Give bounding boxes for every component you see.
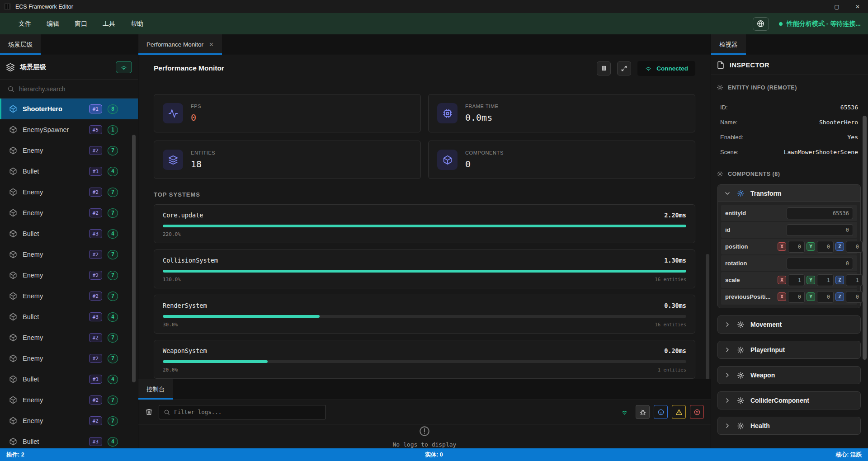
chevron-down-icon [724,190,731,197]
entity-component-count-badge: 4 [108,229,118,239]
hierarchy-item[interactable]: Bullet #3 4 [0,431,138,448]
entity-id-badge: #2 [89,292,102,301]
component-gear-icon [737,422,745,430]
hierarchy-item[interactable]: Enemy #2 7 [0,327,138,348]
hierarchy-item[interactable]: Enemy #2 7 [0,390,138,410]
hierarchy-item[interactable]: Enemy #2 7 [0,286,138,306]
menu-item[interactable]: 窗口 [67,20,95,28]
system-card: WeaponSystem 0.20ms 20.0% 1 entities [154,340,695,379]
component-name: ColliderComponent [750,397,809,404]
system-progress-track [163,315,686,318]
axis-y-input[interactable]: 0 [817,291,834,303]
info-filter-button[interactable] [654,405,668,419]
connection-status-badge: Connected [637,61,695,76]
tab-inspector[interactable]: 检视器 [711,34,746,55]
warning-filter-button[interactable] [672,405,686,419]
cube-icon [9,146,17,155]
hierarchy-item[interactable]: Enemy #2 7 [0,410,138,431]
hierarchy-item[interactable]: Enemy #2 7 [0,140,138,161]
cube-icon [9,334,17,342]
system-time: 2.20ms [664,212,686,219]
hierarchy-item[interactable]: EnemySpawner #5 1 [0,119,138,140]
hierarchy-item[interactable]: ShooterHero #1 8 [0,99,138,119]
hierarchy-item[interactable]: Enemy #2 7 [0,202,138,223]
minimize-button[interactable]: ─ [806,0,826,13]
component-gear-icon [737,189,745,197]
property-value-input[interactable]: 0 [787,258,853,269]
close-button[interactable]: ✕ [847,0,868,13]
hierarchy-sync-button[interactable] [116,61,132,73]
transform-property-row: previousPositi...X0Y0Z0 [721,289,857,305]
hierarchy-item[interactable]: Enemy #2 7 [0,265,138,286]
component-name: Health [750,422,770,429]
tab-performance-monitor[interactable]: Performance Monitor ✕ [138,34,222,55]
entity-info-section-header: ENTITY INFO (REMOTE) [717,84,862,91]
hierarchy-item[interactable]: Bullet #3 4 [0,369,138,390]
title-bar: ECS Framework Editor ─ ▢ ✕ [0,0,868,13]
axis-x-input[interactable]: 1 [788,274,805,286]
cube-icon [9,188,17,196]
tab-hierarchy-label: 场景层级 [8,41,33,49]
expand-button[interactable] [617,61,631,75]
monitor-scrollbar[interactable] [706,254,709,379]
hierarchy-item[interactable]: Bullet #3 4 [0,306,138,327]
inspector-title: INSPECTOR [730,61,769,69]
entity-name: Enemy [23,188,43,196]
stat-card: FPS 0 [154,94,421,132]
menu-item[interactable]: 文件 [11,20,39,28]
log-filter-input[interactable]: Filter logs... [159,405,326,419]
component-header[interactable]: Health [718,417,860,434]
axis-z-input[interactable]: 0 [846,241,863,253]
component-header[interactable]: Movement [718,316,860,333]
property-value-input[interactable]: 0 [787,224,853,236]
menu-item[interactable]: 工具 [95,20,123,28]
pause-button[interactable] [597,61,611,75]
axis-z-input[interactable]: 1 [846,274,863,286]
hierarchy-scrollbar[interactable] [132,135,136,382]
entity-component-count-badge: 4 [108,437,118,447]
inspector-scrollbar[interactable] [863,116,867,360]
axis-y-input[interactable]: 1 [817,274,834,286]
axis-z-input[interactable]: 0 [846,291,863,303]
tab-hierarchy[interactable]: 场景层级 [0,34,41,55]
cube-icon [9,354,17,362]
tab-close-icon[interactable]: ✕ [209,41,214,48]
system-progress-track [163,225,686,227]
clear-logs-button[interactable] [145,408,153,416]
component-header[interactable]: ColliderComponent [718,392,860,409]
hierarchy-item[interactable]: Bullet #3 4 [0,161,138,182]
hierarchy-item[interactable]: Enemy #2 7 [0,244,138,265]
debug-filter-button[interactable] [636,405,650,419]
profiler-mode-label: 性能分析模式 - 等待连接... [787,20,861,28]
maximize-button[interactable]: ▢ [826,0,847,13]
system-name: RenderSystem [163,302,207,309]
transform-property-row: positionX0Y0Z0 [721,239,857,254]
language-globe-button[interactable] [753,17,769,31]
entity-component-count-badge: 4 [108,312,118,322]
stat-card: FRAME TIME 0.0ms [428,94,695,132]
warning-icon [675,409,683,416]
hierarchy-search-input[interactable]: hierarchy.search [0,80,138,99]
hierarchy-item[interactable]: Enemy #2 7 [0,182,138,202]
stat-card: COMPONENTS 0 [428,141,695,179]
hierarchy-item[interactable]: Bullet #3 4 [0,223,138,244]
tab-console[interactable]: 控制台 [138,379,173,400]
menu-item[interactable]: 编辑 [39,20,67,28]
axis-y-input[interactable]: 0 [817,241,834,253]
info-icon [657,409,665,416]
axis-x-input[interactable]: 0 [788,241,805,253]
error-filter-button[interactable] [690,405,704,419]
entity-id-badge: #2 [89,208,102,217]
component-header[interactable]: Weapon [718,367,860,384]
menu-item[interactable]: 帮助 [123,20,151,28]
divider [717,96,861,96]
entity-component-count-badge: 1 [108,125,118,135]
transform-property-row: scaleX1Y1Z1 [721,272,857,288]
inspector-panel: 检视器 INSPECTOR ENTITY INFO (REMOTE) ID: 6… [711,34,868,448]
system-name: Core.update [163,212,203,219]
hierarchy-item[interactable]: Enemy #2 7 [0,348,138,369]
component-header[interactable]: PlayerInput [718,341,860,358]
component-header-transform[interactable]: Transform [718,185,860,202]
axis-x-input[interactable]: 0 [788,291,805,303]
property-value-input[interactable]: 65536 [787,207,853,219]
